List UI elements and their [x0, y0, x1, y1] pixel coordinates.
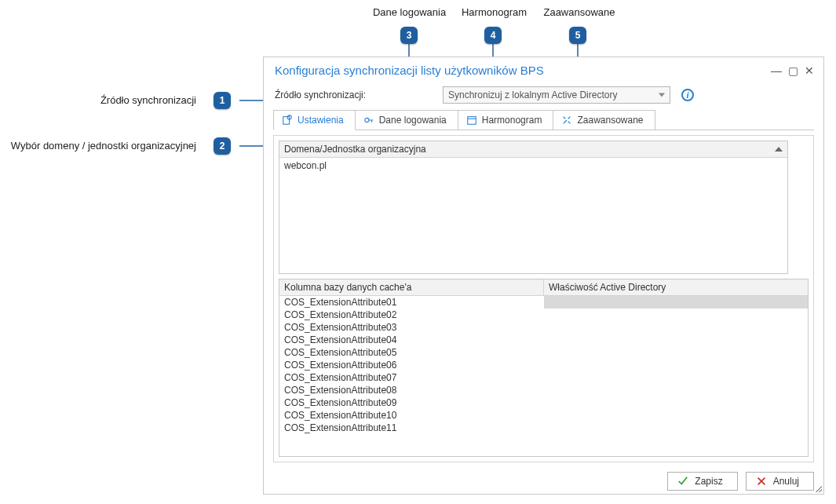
- maximize-button[interactable]: ▢: [788, 65, 798, 76]
- svg-rect-8: [468, 117, 476, 125]
- tab-settings[interactable]: Ustawienia: [273, 110, 356, 130]
- cache-column-cell[interactable]: COS_ExtensionAttribute09: [279, 396, 544, 409]
- save-button-label: Zapisz: [695, 476, 722, 487]
- window-title: Konfiguracja synchronizacji listy użytko…: [275, 64, 544, 77]
- save-button[interactable]: Zapisz: [667, 472, 737, 491]
- cache-column-header[interactable]: Kolumna bazy danych cache'a: [279, 279, 544, 295]
- callout-4-label: Harmonogram: [457, 6, 531, 18]
- source-dropdown-value: Synchronizuj z lokalnym Active Directory: [448, 89, 617, 100]
- domain-panel-header[interactable]: Domena/Jednostka organizacyjna: [279, 141, 787, 158]
- check-icon: [677, 476, 688, 487]
- callout-2-badge: 2: [214, 137, 231, 155]
- tabstrip: Ustawienia Dane logowania Harmonogram Za…: [273, 110, 814, 130]
- tab-credentials[interactable]: Dane logowania: [355, 110, 458, 130]
- ad-property-header[interactable]: Właściwość Active Directory: [544, 279, 808, 295]
- cache-column-cell[interactable]: COS_ExtensionAttribute06: [279, 359, 544, 371]
- attribute-mapping-grid[interactable]: COS_ExtensionAttribute01COS_ExtensionAtt…: [279, 296, 808, 456]
- domain-row[interactable]: webcon.pl: [284, 159, 783, 172]
- tab-schedule-label: Harmonogram: [482, 115, 542, 126]
- callout-1-label: Źródło synchronizacji: [94, 94, 196, 106]
- callout-5-badge: 5: [569, 27, 586, 44]
- svg-rect-5: [283, 117, 290, 125]
- callout-3-label: Dane logowania: [369, 6, 450, 18]
- callout-3-badge: 3: [400, 27, 418, 44]
- cache-column-cell[interactable]: COS_ExtensionAttribute02: [279, 309, 544, 321]
- resize-grip[interactable]: [814, 484, 822, 492]
- minimize-button[interactable]: —: [771, 65, 782, 76]
- cancel-button-label: Anuluj: [773, 476, 799, 487]
- tab-schedule[interactable]: Harmonogram: [458, 110, 554, 130]
- tools-icon: [561, 115, 572, 126]
- cache-column-cell[interactable]: COS_ExtensionAttribute03: [279, 321, 544, 334]
- ad-property-cell-selected[interactable]: [544, 296, 809, 309]
- cache-column-cell[interactable]: COS_ExtensionAttribute01: [279, 296, 544, 309]
- sort-asc-icon: [775, 147, 783, 152]
- attribute-mapping-panel: Kolumna bazy danych cache'a Właściwość A…: [279, 279, 809, 457]
- cache-column-cell[interactable]: COS_ExtensionAttribute04: [279, 334, 544, 346]
- domain-panel-header-label: Domena/Jednostka organizacyjna: [284, 144, 426, 155]
- settings-icon: [282, 115, 293, 126]
- callout-2-label: Wybór domeny / jednostki organizacyjnej: [8, 140, 196, 152]
- tab-settings-label: Ustawienia: [298, 115, 344, 126]
- tab-advanced[interactable]: Zaawansowane: [553, 110, 655, 130]
- source-dropdown[interactable]: Synchronizuj z lokalnym Active Directory: [443, 86, 670, 104]
- info-icon[interactable]: i: [681, 89, 694, 101]
- close-button[interactable]: ✕: [805, 65, 814, 76]
- titlebar: Konfiguracja synchronizacji listy użytko…: [264, 57, 823, 77]
- cache-column-cell[interactable]: COS_ExtensionAttribute10: [279, 409, 544, 422]
- domain-list[interactable]: webcon.pl: [279, 158, 787, 273]
- tab-content: Domena/Jednostka organizacyjna webcon.pl…: [273, 135, 814, 462]
- callout-1-badge: 1: [214, 92, 231, 109]
- svg-point-7: [364, 118, 368, 122]
- callout-5-label: Zaawansowane: [540, 6, 619, 18]
- source-label: Źródło synchronizacji:: [275, 89, 432, 100]
- cache-column-cell[interactable]: COS_ExtensionAttribute05: [279, 346, 544, 359]
- calendar-icon: [466, 115, 477, 126]
- cache-column-cell[interactable]: COS_ExtensionAttribute08: [279, 384, 544, 396]
- cancel-button[interactable]: Anuluj: [746, 472, 814, 491]
- cancel-icon: [756, 476, 767, 487]
- tab-advanced-label: Zaawansowane: [577, 115, 643, 126]
- key-icon: [363, 115, 374, 126]
- callout-4-badge: 4: [484, 27, 502, 44]
- domain-panel: Domena/Jednostka organizacyjna webcon.pl: [279, 141, 788, 274]
- cache-column-cell[interactable]: COS_ExtensionAttribute11: [279, 422, 544, 434]
- cache-column-cell[interactable]: COS_ExtensionAttribute07: [279, 371, 544, 384]
- config-window: Konfiguracja synchronizacji listy użytko…: [263, 57, 824, 495]
- tab-credentials-label: Dane logowania: [379, 115, 447, 126]
